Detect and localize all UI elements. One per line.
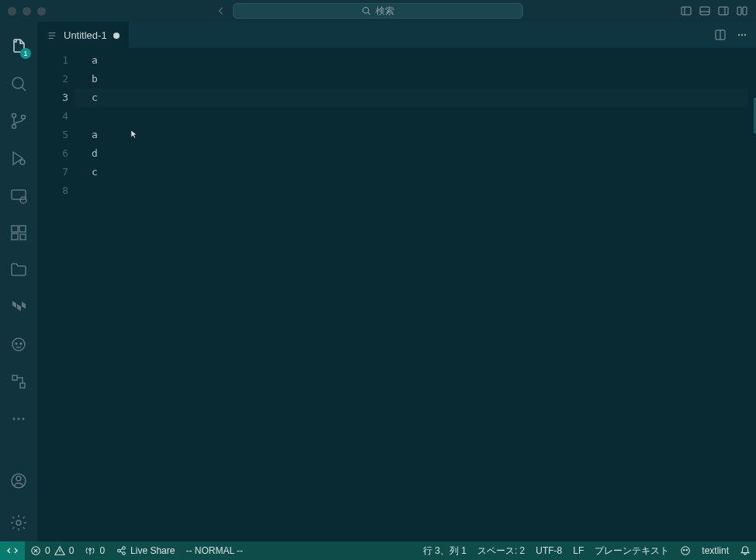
activity-source-control[interactable] — [0, 102, 37, 140]
remote-icon — [6, 544, 19, 557]
search-icon — [9, 74, 28, 93]
activity-search[interactable] — [0, 65, 37, 102]
svg-rect-14 — [12, 190, 26, 199]
status-cursor-position[interactable]: 行 3、列 1 — [418, 541, 472, 560]
activity-more[interactable] — [0, 400, 37, 437]
search-icon — [362, 6, 371, 16]
svg-point-37 — [89, 548, 92, 551]
svg-point-20 — [12, 338, 25, 351]
remote-indicator[interactable] — [0, 541, 25, 560]
activity-copilot[interactable] — [0, 326, 37, 363]
status-encoding[interactable]: UTF-8 — [530, 541, 567, 560]
layout-controls — [680, 5, 748, 17]
status-textlint[interactable]: textlint — [696, 541, 734, 560]
live-share-icon — [116, 545, 127, 556]
svg-point-10 — [12, 114, 16, 118]
status-ports[interactable]: 0 — [79, 541, 110, 560]
status-notifications[interactable] — [734, 541, 756, 560]
copilot-icon — [9, 335, 28, 354]
toggle-secondary-sidebar-icon[interactable] — [717, 5, 730, 17]
editor-pane[interactable]: 1 2 3 4 5 6 7 8 a b c a d c — [37, 48, 756, 541]
more-actions-icon[interactable] — [736, 29, 748, 41]
svg-point-22 — [20, 343, 22, 344]
svg-point-35 — [744, 34, 746, 36]
branch-icon — [9, 112, 28, 130]
tab-bar: Untitled-1 — [37, 22, 756, 48]
titlebar: 検索 — [0, 0, 756, 22]
toggle-primary-sidebar-icon[interactable] — [680, 5, 692, 17]
play-bug-icon — [9, 149, 28, 168]
ellipsis-icon — [9, 410, 28, 428]
status-problems[interactable]: 0 0 — [25, 541, 79, 560]
status-vim-mode: -- NORMAL -- — [180, 541, 248, 560]
minimize-window[interactable] — [23, 7, 31, 16]
live-share-label: Live Share — [130, 545, 175, 556]
warning-icon — [54, 545, 65, 556]
status-language-mode[interactable]: プレーンテキスト — [589, 541, 675, 560]
svg-point-38 — [118, 549, 121, 552]
activity-settings[interactable] — [0, 504, 37, 541]
file-icon — [47, 30, 57, 41]
extensions-icon — [9, 223, 28, 242]
svg-point-15 — [20, 197, 26, 203]
copilot-icon — [680, 545, 691, 556]
svg-rect-18 — [12, 233, 18, 240]
svg-rect-23 — [12, 375, 17, 380]
status-indentation[interactable]: スペース: 2 — [472, 541, 530, 560]
tab-untitled-1[interactable]: Untitled-1 — [37, 22, 129, 48]
svg-rect-24 — [20, 383, 25, 388]
status-copilot[interactable] — [675, 541, 696, 560]
code-line: a — [92, 51, 756, 70]
indentation-label: スペース: 2 — [477, 544, 525, 558]
warning-count: 0 — [69, 545, 75, 556]
svg-rect-8 — [743, 7, 747, 15]
activity-graph[interactable] — [0, 363, 37, 400]
activity-accounts[interactable] — [0, 462, 37, 500]
line-number: 3 — [37, 88, 85, 107]
status-live-share[interactable]: Live Share — [110, 541, 180, 560]
line-number: 6 — [37, 144, 85, 163]
code-content[interactable]: a b c a d c — [85, 48, 756, 541]
command-center-search[interactable]: 検索 — [233, 3, 523, 19]
svg-point-43 — [686, 549, 687, 550]
code-line: d — [92, 144, 756, 163]
activity-remote-explorer[interactable] — [0, 177, 37, 214]
main-area: 1 — [0, 22, 756, 541]
activity-folder[interactable] — [0, 251, 37, 289]
toggle-panel-icon[interactable] — [699, 5, 711, 17]
svg-point-39 — [123, 547, 126, 550]
terraform-icon — [9, 298, 28, 316]
status-bar: 0 0 0 Live Share -- NORMAL -- 行 3、列 1 スペ… — [0, 541, 756, 560]
code-line: c — [92, 163, 756, 181]
remote-explorer-icon — [9, 186, 28, 205]
svg-rect-7 — [737, 7, 741, 15]
code-line — [92, 181, 756, 200]
svg-point-33 — [738, 34, 740, 36]
svg-point-40 — [123, 552, 126, 555]
svg-point-11 — [12, 125, 16, 129]
error-count: 0 — [45, 545, 50, 556]
status-eol[interactable]: LF — [567, 541, 589, 560]
split-editor-icon[interactable] — [714, 29, 727, 41]
activity-explorer[interactable]: 1 — [0, 28, 37, 65]
activity-terraform[interactable] — [0, 289, 37, 326]
svg-rect-3 — [700, 7, 709, 15]
svg-rect-1 — [681, 7, 691, 15]
explorer-badge: 1 — [20, 48, 31, 59]
tab-label: Untitled-1 — [64, 29, 107, 41]
gear-icon — [9, 513, 28, 532]
svg-point-30 — [16, 520, 21, 525]
language-label: プレーンテキスト — [595, 544, 669, 558]
ports-count: 0 — [99, 545, 105, 556]
vim-mode-label: -- NORMAL -- — [186, 545, 243, 556]
close-window[interactable] — [8, 7, 16, 16]
svg-point-34 — [741, 34, 743, 36]
activity-extensions[interactable] — [0, 214, 37, 251]
nav-back-icon[interactable] — [216, 5, 227, 16]
code-line: a — [92, 126, 756, 144]
line-number: 1 — [37, 51, 85, 70]
customize-layout-icon[interactable] — [736, 5, 748, 17]
activity-run-debug[interactable] — [0, 140, 37, 177]
gutter: 1 2 3 4 5 6 7 8 — [37, 48, 85, 541]
maximize-window[interactable] — [37, 7, 46, 16]
